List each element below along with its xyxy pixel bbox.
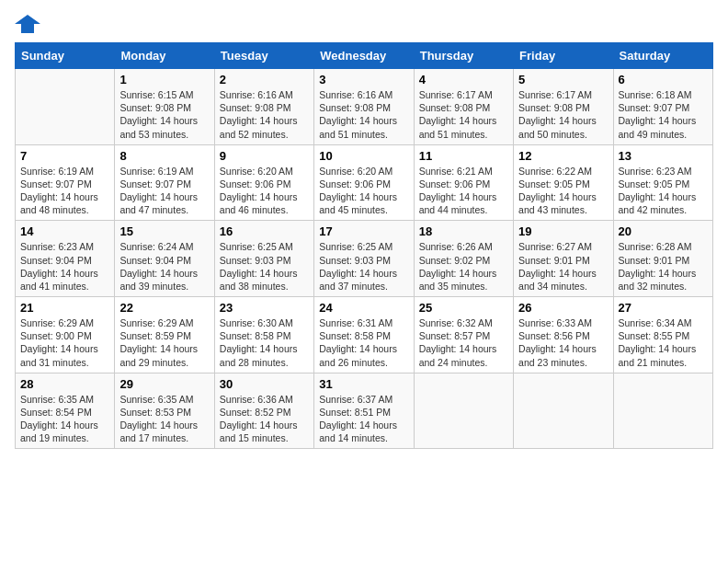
cell-content: Sunrise: 6:25 AM Sunset: 9:03 PM Dayligh… [220,240,309,293]
day-number: 22 [119,301,209,315]
cell-content: Sunrise: 6:23 AM Sunset: 9:04 PM Dayligh… [20,240,109,293]
cell-content: Sunrise: 6:35 AM Sunset: 8:54 PM Dayligh… [20,393,109,445]
day-number: 11 [419,149,508,163]
cell-content: Sunrise: 6:18 AM Sunset: 9:07 PM Dayligh… [619,88,708,141]
day-number: 16 [220,224,309,238]
cell-content: Sunrise: 6:28 AM Sunset: 9:01 PM Dayligh… [619,240,708,293]
calendar-cell: 19Sunrise: 6:27 AM Sunset: 9:01 PM Dayli… [514,221,613,297]
calendar-header: SundayMondayTuesdayWednesdayThursdayFrid… [16,43,713,69]
cell-content: Sunrise: 6:31 AM Sunset: 8:58 PM Dayligh… [319,316,408,369]
cell-content: Sunrise: 6:22 AM Sunset: 9:05 PM Dayligh… [518,165,608,217]
cell-content: Sunrise: 6:19 AM Sunset: 9:07 PM Dayligh… [119,165,209,217]
week-row-3: 14Sunrise: 6:23 AM Sunset: 9:04 PM Dayli… [16,221,713,297]
day-number: 5 [518,73,608,86]
header-cell-monday: Monday [115,43,214,69]
calendar-cell: 4Sunrise: 6:17 AM Sunset: 9:08 PM Daylig… [414,69,513,145]
calendar-cell: 27Sunrise: 6:34 AM Sunset: 8:55 PM Dayli… [613,297,712,373]
calendar-cell: 28Sunrise: 6:35 AM Sunset: 8:54 PM Dayli… [16,373,115,449]
cell-content: Sunrise: 6:23 AM Sunset: 9:05 PM Dayligh… [619,165,708,217]
cell-content: Sunrise: 6:19 AM Sunset: 9:07 PM Dayligh… [20,165,109,217]
calendar-cell: 13Sunrise: 6:23 AM Sunset: 9:05 PM Dayli… [613,144,712,221]
day-number: 29 [119,377,209,391]
cell-content: Sunrise: 6:26 AM Sunset: 9:02 PM Dayligh… [419,240,508,293]
calendar-cell: 21Sunrise: 6:29 AM Sunset: 9:00 PM Dayli… [16,297,115,373]
cell-content: Sunrise: 6:20 AM Sunset: 9:06 PM Dayligh… [319,165,408,217]
week-row-2: 7Sunrise: 6:19 AM Sunset: 9:07 PM Daylig… [16,144,713,221]
calendar-cell [16,69,115,145]
calendar-cell: 2Sunrise: 6:16 AM Sunset: 9:08 PM Daylig… [214,69,313,145]
day-number: 1 [119,73,209,86]
cell-content: Sunrise: 6:27 AM Sunset: 9:01 PM Dayligh… [518,240,608,293]
calendar-cell [414,373,513,449]
calendar-cell: 24Sunrise: 6:31 AM Sunset: 8:58 PM Dayli… [314,297,414,373]
cell-content: Sunrise: 6:35 AM Sunset: 8:53 PM Dayligh… [119,393,209,445]
calendar-cell: 18Sunrise: 6:26 AM Sunset: 9:02 PM Dayli… [414,221,513,297]
logo-icon [15,15,40,33]
cell-content: Sunrise: 6:36 AM Sunset: 8:52 PM Dayligh… [220,393,309,445]
day-number: 2 [220,73,309,86]
calendar-cell: 15Sunrise: 6:24 AM Sunset: 9:04 PM Dayli… [115,221,214,297]
day-number: 7 [20,149,109,163]
calendar-cell: 11Sunrise: 6:21 AM Sunset: 9:06 PM Dayli… [414,144,513,221]
day-number: 25 [419,301,508,315]
calendar-cell: 3Sunrise: 6:16 AM Sunset: 9:08 PM Daylig… [314,69,414,145]
calendar-cell: 16Sunrise: 6:25 AM Sunset: 9:03 PM Dayli… [214,221,313,297]
cell-content: Sunrise: 6:16 AM Sunset: 9:08 PM Dayligh… [220,88,309,141]
header-cell-thursday: Thursday [414,43,513,69]
cell-content: Sunrise: 6:29 AM Sunset: 9:00 PM Dayligh… [20,316,109,369]
calendar-cell: 12Sunrise: 6:22 AM Sunset: 9:05 PM Dayli… [514,144,613,221]
calendar-cell: 14Sunrise: 6:23 AM Sunset: 9:04 PM Dayli… [16,221,115,297]
calendar-cell: 6Sunrise: 6:18 AM Sunset: 9:07 PM Daylig… [613,69,712,145]
day-number: 3 [319,73,408,86]
calendar-cell: 1Sunrise: 6:15 AM Sunset: 9:08 PM Daylig… [115,69,214,145]
calendar-cell: 22Sunrise: 6:29 AM Sunset: 8:59 PM Dayli… [115,297,214,373]
day-number: 23 [220,301,309,315]
cell-content: Sunrise: 6:30 AM Sunset: 8:58 PM Dayligh… [220,316,309,369]
day-number: 30 [220,377,309,391]
calendar-cell: 9Sunrise: 6:20 AM Sunset: 9:06 PM Daylig… [214,144,313,221]
page-header [15,15,713,33]
header-row: SundayMondayTuesdayWednesdayThursdayFrid… [16,43,713,69]
day-number: 20 [619,224,708,238]
week-row-4: 21Sunrise: 6:29 AM Sunset: 9:00 PM Dayli… [16,297,713,373]
header-cell-saturday: Saturday [613,43,712,69]
calendar-cell: 25Sunrise: 6:32 AM Sunset: 8:57 PM Dayli… [414,297,513,373]
calendar-cell: 30Sunrise: 6:36 AM Sunset: 8:52 PM Dayli… [214,373,313,449]
calendar-cell: 26Sunrise: 6:33 AM Sunset: 8:56 PM Dayli… [514,297,613,373]
calendar-cell: 8Sunrise: 6:19 AM Sunset: 9:07 PM Daylig… [115,144,214,221]
day-number: 14 [20,224,109,238]
cell-content: Sunrise: 6:17 AM Sunset: 9:08 PM Dayligh… [518,88,608,141]
day-number: 26 [518,301,608,315]
day-number: 4 [419,73,508,86]
day-number: 17 [319,224,408,238]
calendar-cell: 31Sunrise: 6:37 AM Sunset: 8:51 PM Dayli… [314,373,414,449]
cell-content: Sunrise: 6:33 AM Sunset: 8:56 PM Dayligh… [518,316,608,369]
logo [15,15,44,33]
cell-content: Sunrise: 6:21 AM Sunset: 9:06 PM Dayligh… [419,165,508,217]
day-number: 21 [20,301,109,315]
calendar-cell: 7Sunrise: 6:19 AM Sunset: 9:07 PM Daylig… [16,144,115,221]
week-row-1: 1Sunrise: 6:15 AM Sunset: 9:08 PM Daylig… [16,69,713,145]
calendar-cell: 20Sunrise: 6:28 AM Sunset: 9:01 PM Dayli… [613,221,712,297]
day-number: 13 [619,149,708,163]
day-number: 28 [20,377,109,391]
day-number: 24 [319,301,408,315]
svg-marker-0 [15,15,40,33]
cell-content: Sunrise: 6:20 AM Sunset: 9:06 PM Dayligh… [220,165,309,217]
calendar-cell: 23Sunrise: 6:30 AM Sunset: 8:58 PM Dayli… [214,297,313,373]
header-cell-tuesday: Tuesday [214,43,313,69]
calendar-cell: 29Sunrise: 6:35 AM Sunset: 8:53 PM Dayli… [115,373,214,449]
cell-content: Sunrise: 6:16 AM Sunset: 9:08 PM Dayligh… [319,88,408,141]
day-number: 9 [220,149,309,163]
cell-content: Sunrise: 6:29 AM Sunset: 8:59 PM Dayligh… [119,316,209,369]
day-number: 31 [319,377,408,391]
header-cell-wednesday: Wednesday [314,43,414,69]
day-number: 18 [419,224,508,238]
day-number: 27 [619,301,708,315]
header-cell-sunday: Sunday [16,43,115,69]
calendar-table: SundayMondayTuesdayWednesdayThursdayFrid… [15,42,713,449]
cell-content: Sunrise: 6:32 AM Sunset: 8:57 PM Dayligh… [419,316,508,369]
calendar-cell: 17Sunrise: 6:25 AM Sunset: 9:03 PM Dayli… [314,221,414,297]
cell-content: Sunrise: 6:34 AM Sunset: 8:55 PM Dayligh… [619,316,708,369]
calendar-cell: 10Sunrise: 6:20 AM Sunset: 9:06 PM Dayli… [314,144,414,221]
